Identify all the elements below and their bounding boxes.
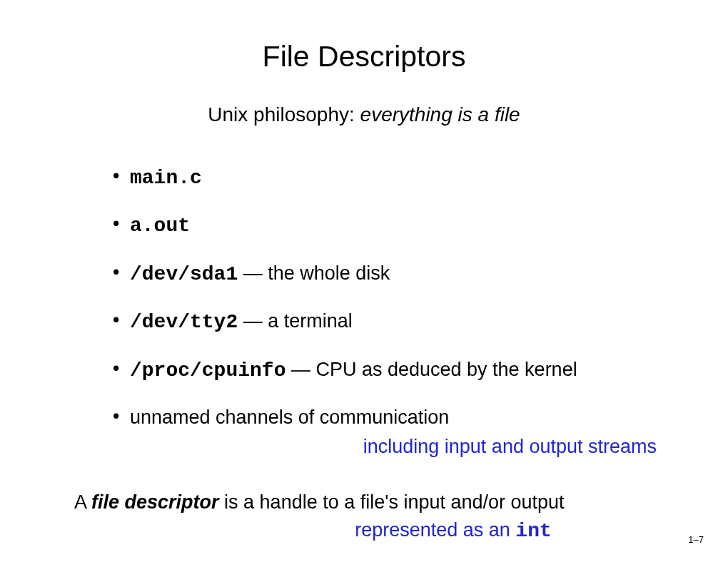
summary-sub-blue: represented as an (355, 519, 515, 541)
bullet-item: /dev/tty2 — a terminal (113, 309, 649, 335)
bullet-code: /dev/tty2 (130, 311, 238, 333)
bullet-rest: unnamed channels of communication (130, 407, 449, 428)
bullet-rest: — CPU as deduced by the kernel (285, 359, 577, 380)
bullet-code: main.c (130, 167, 202, 189)
bullet-item: /dev/sda1 — the whole disk (113, 261, 649, 287)
summary-pre: A (74, 491, 91, 513)
bullet-code: a.out (130, 215, 190, 237)
summary-subline: represented as an int (243, 519, 664, 542)
summary-line: A file descriptor is a handle to a file'… (74, 489, 657, 515)
bullet-item: unnamed channels of communication (113, 405, 649, 430)
slide-subtitle: Unix philosophy: everything is a file (64, 103, 664, 126)
bullet-item: a.out (113, 213, 649, 239)
bullet-code: /proc/cpuinfo (130, 359, 285, 382)
subtitle-italic: everything is a file (360, 103, 520, 126)
bullet-code: /dev/sda1 (130, 263, 238, 285)
summary-sub-code: int (515, 520, 551, 542)
page-number: 1–7 (688, 534, 704, 545)
bullet-item: /proc/cpuinfo — CPU as deduced by the ke… (113, 357, 649, 384)
slide-title: File Descriptors (64, 40, 664, 73)
bullet-list: main.c a.out /dev/sda1 — the whole disk … (113, 165, 649, 430)
bullet-rest: — the whole disk (238, 262, 390, 284)
bullet-item: main.c (113, 165, 649, 191)
summary-post: is a handle to a file's input and/or out… (219, 491, 565, 513)
subtitle-prefix: Unix philosophy: (208, 103, 360, 126)
bullet-subnote: including input and output streams (64, 436, 664, 458)
bullet-rest: — a terminal (238, 310, 353, 332)
summary-term: file descriptor (91, 491, 219, 513)
